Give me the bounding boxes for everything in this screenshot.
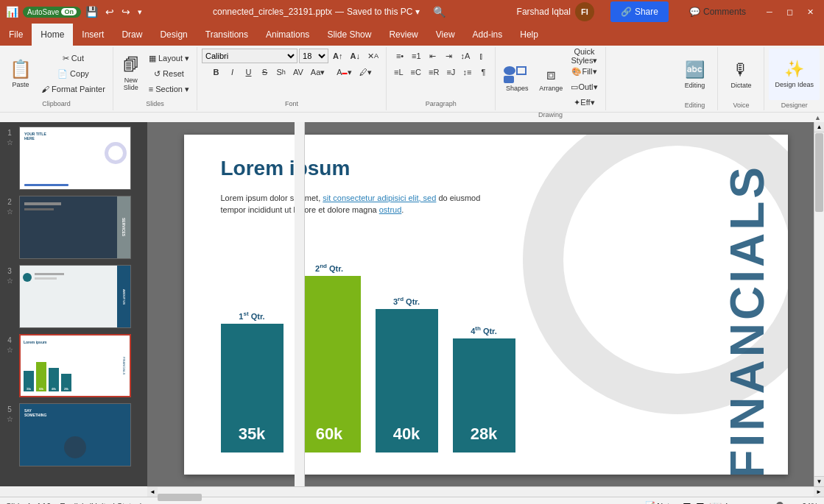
- notes-button[interactable]: 📝 Notes: [645, 501, 678, 504]
- hscroll-thumb[interactable]: [158, 494, 202, 501]
- copy-button[interactable]: 📄 Copy: [38, 66, 108, 81]
- reset-button[interactable]: ↺ Reset: [146, 66, 192, 81]
- customize-qat-button[interactable]: ▾: [138, 7, 142, 17]
- bullets-button[interactable]: ≡•: [392, 49, 407, 63]
- shape-effects-button[interactable]: ✦Eff▾: [568, 95, 600, 110]
- slide-heading[interactable]: Lorem ipsum: [221, 157, 351, 180]
- design-ideas-button[interactable]: ✨ Design Ideas: [769, 49, 820, 100]
- clear-format-button[interactable]: ✕A: [365, 49, 381, 63]
- link-amet[interactable]: sit consectetur adipisici elit, sed: [323, 194, 436, 202]
- scroll-thumb[interactable]: [815, 133, 823, 212]
- link-ostrud[interactable]: ostrud: [379, 205, 402, 214]
- text-direction-button[interactable]: ↕A: [458, 49, 473, 63]
- slide-inner-3: ABOUT US: [20, 266, 130, 327]
- save-status-dropdown[interactable]: ▾: [415, 7, 420, 17]
- scroll-down-button[interactable]: ▼: [814, 476, 824, 486]
- tab-animations[interactable]: Animations: [257, 24, 318, 46]
- align-right-button[interactable]: ≡R: [426, 65, 442, 79]
- tab-help[interactable]: Help: [511, 24, 547, 46]
- zoom-thumb[interactable]: [776, 502, 783, 505]
- bold-button[interactable]: B: [209, 65, 224, 79]
- redo-button[interactable]: ↪: [119, 4, 133, 19]
- shadow-button[interactable]: Sh: [274, 65, 289, 79]
- font-color-button[interactable]: A▬▾: [334, 65, 354, 79]
- new-slide-button[interactable]: 🗐 NewSlide: [118, 52, 144, 96]
- font-case-button[interactable]: Aa▾: [308, 65, 328, 79]
- font-name-select[interactable]: Calibri: [202, 49, 297, 63]
- save-icon[interactable]: 💾: [85, 6, 98, 18]
- tab-insert[interactable]: Insert: [73, 24, 113, 46]
- shape-fill-button[interactable]: 🎨Fill▾: [568, 64, 600, 79]
- restore-button[interactable]: ◻: [783, 4, 797, 19]
- slide-panel[interactable]: 1 ☆ YOUR TITLEHERE 2 ☆ SERVICES: [0, 122, 147, 486]
- undo-button[interactable]: ↩: [102, 4, 117, 19]
- spacing-button[interactable]: AV: [290, 65, 306, 79]
- italic-button[interactable]: I: [225, 65, 240, 79]
- shapes-button[interactable]: Shapes: [500, 57, 534, 102]
- tab-addins[interactable]: Add-ins: [464, 24, 512, 46]
- increase-font-button[interactable]: A↑: [330, 49, 345, 63]
- slide-thumbnail-4[interactable]: 4 ☆ FINANCIALS 35k 60k 40k 28k Lorem ips…: [3, 333, 144, 399]
- tab-review[interactable]: Review: [380, 24, 426, 46]
- justify-button[interactable]: ≡J: [443, 65, 458, 79]
- line-spacing-button[interactable]: ↕≡: [459, 65, 474, 79]
- columns-button[interactable]: ⫿: [474, 49, 489, 63]
- tab-design[interactable]: Design: [151, 24, 196, 46]
- font-size-select[interactable]: 18: [299, 49, 328, 63]
- increase-indent-button[interactable]: ⇥: [442, 49, 457, 63]
- normal-view-button[interactable]: ⊞: [683, 500, 691, 505]
- slide-thumbnail-3[interactable]: 3 ☆ ABOUT US: [3, 263, 144, 330]
- slide-preview-3[interactable]: ABOUT US: [19, 265, 131, 328]
- shape-outline-button[interactable]: ▭Outl▾: [568, 79, 600, 94]
- slide-preview-5[interactable]: SAYSOMETHING: [19, 403, 131, 466]
- arrange-button[interactable]: ⧈ Arrange: [535, 57, 566, 102]
- close-button[interactable]: ✕: [803, 4, 818, 19]
- autosave-toggle[interactable]: AutoSave On: [23, 7, 81, 18]
- tab-home[interactable]: Home: [32, 24, 73, 46]
- minimize-button[interactable]: ─: [762, 4, 777, 19]
- numbering-button[interactable]: ≡1: [409, 49, 424, 63]
- slide-preview-1[interactable]: YOUR TITLEHERE: [19, 127, 131, 190]
- slide-thumbnail-1[interactable]: 1 ☆ YOUR TITLEHERE: [3, 125, 144, 191]
- hscroll-right-button[interactable]: ►: [814, 487, 824, 497]
- align-center-button[interactable]: ≡C: [408, 65, 424, 79]
- reading-view-button[interactable]: 📖: [709, 500, 722, 505]
- collapse-ribbon-button[interactable]: ▲: [814, 114, 821, 121]
- section-button[interactable]: ≡ Section ▾: [146, 82, 192, 96]
- tab-transitions[interactable]: Transitions: [197, 24, 257, 46]
- editing-button[interactable]: 🔤 Editing: [676, 49, 713, 100]
- vertical-scrollbar[interactable]: ▲ ▼: [814, 122, 824, 486]
- slide-area[interactable]: FINANCIALS Lorem ipsum Lorem ipsum dolor…: [147, 122, 824, 486]
- highlight-button[interactable]: 🖊▾: [356, 65, 375, 79]
- align-left-button[interactable]: ≡L: [391, 65, 406, 79]
- quick-styles-button[interactable]: QuickStyles▾: [568, 49, 600, 63]
- cut-button[interactable]: ✂ Cut: [38, 51, 108, 65]
- share-button[interactable]: 🔗 Share: [610, 1, 669, 22]
- paste-button[interactable]: 📋 Paste: [4, 52, 37, 96]
- para-mark-button[interactable]: ¶: [476, 65, 490, 79]
- tab-draw[interactable]: Draw: [113, 24, 151, 46]
- slide-preview-2[interactable]: SERVICES: [19, 196, 131, 259]
- slide-preview-4[interactable]: FINANCIALS 35k 60k 40k 28k Lorem ipsum: [19, 334, 131, 397]
- underline-button[interactable]: U: [242, 65, 256, 79]
- slide-body[interactable]: Lorem ipsum dolor sit amet, sit consecte…: [221, 192, 501, 216]
- slideshow-button[interactable]: ▶: [726, 500, 734, 505]
- decrease-font-button[interactable]: A↓: [348, 49, 363, 63]
- strikethrough-button[interactable]: S: [258, 65, 272, 79]
- tab-slideshow[interactable]: Slide Show: [318, 24, 380, 46]
- search-icon[interactable]: 🔍: [433, 6, 446, 18]
- slide-canvas[interactable]: FINANCIALS Lorem ipsum Lorem ipsum dolor…: [184, 135, 788, 475]
- format-painter-button[interactable]: 🖌 Format Painter: [38, 82, 108, 96]
- layout-button[interactable]: ▦ Layout ▾: [146, 51, 192, 65]
- hscroll-left-button[interactable]: ◄: [147, 487, 158, 497]
- scroll-up-button[interactable]: ▲: [814, 122, 824, 132]
- tab-file[interactable]: File: [0, 24, 32, 46]
- comments-button[interactable]: 💬 Comments: [682, 1, 753, 22]
- dictate-button[interactable]: 🎙 Dictate: [722, 49, 759, 100]
- slide-sorter-button[interactable]: ⊟: [696, 500, 705, 505]
- slide-thumbnail-2[interactable]: 2 ☆ SERVICES: [3, 194, 144, 260]
- decrease-indent-button[interactable]: ⇤: [426, 49, 440, 63]
- slide-thumbnail-5[interactable]: 5 ☆ SAYSOMETHING: [3, 402, 144, 468]
- horizontal-scrollbar[interactable]: ◄ ►: [147, 486, 824, 497]
- tab-view[interactable]: View: [427, 24, 464, 46]
